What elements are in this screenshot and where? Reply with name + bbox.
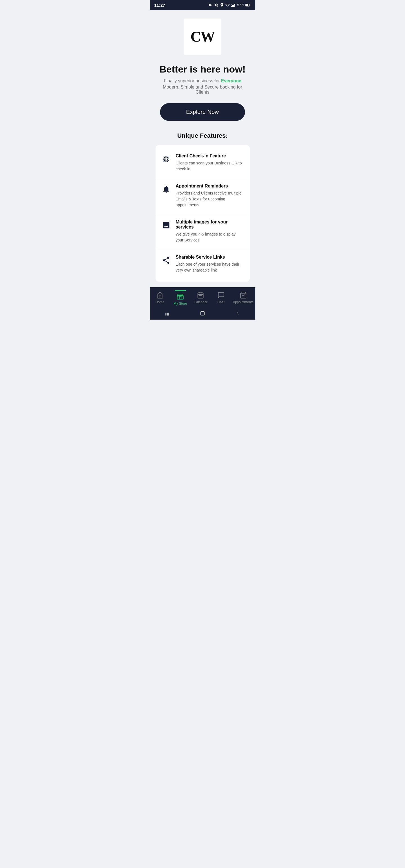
chat-nav-icon <box>217 291 225 299</box>
hero-title: Better is here now! <box>160 64 245 75</box>
recent-apps-button[interactable] <box>165 311 170 316</box>
nav-item-home[interactable]: Home <box>152 291 169 304</box>
svg-rect-18 <box>168 313 169 315</box>
feature-name-images: Multiple images for your services <box>176 220 244 230</box>
svg-point-13 <box>200 296 201 296</box>
status-time: 11:27 <box>154 3 165 8</box>
hero-subtitle: Finally superior business for Everyone <box>164 79 241 84</box>
svg-rect-3 <box>234 4 235 7</box>
svg-rect-17 <box>167 313 168 315</box>
features-title: Unique Features: <box>177 132 228 140</box>
feature-name-share: Sharable Service Links <box>176 255 244 260</box>
wifi-icon <box>225 3 230 7</box>
nav-label-appointments: Appointments <box>233 300 253 304</box>
location-icon <box>220 3 224 7</box>
svg-rect-5 <box>250 4 250 5</box>
feature-desc-share: Each one of your services have their ver… <box>176 261 244 273</box>
status-icons: 57% <box>208 2 251 8</box>
qr-code-icon <box>161 154 171 164</box>
active-indicator <box>175 290 186 291</box>
home-nav-icon <box>156 291 164 299</box>
feature-name-checkin: Client Check-in Feature <box>176 153 244 158</box>
mute-icon <box>214 3 219 7</box>
feature-text-images: Multiple images for your services We giv… <box>176 220 244 243</box>
svg-rect-0 <box>231 6 232 7</box>
subtitle-highlight: Everyone <box>221 79 241 83</box>
status-bar: 11:27 57% <box>150 0 255 10</box>
nav-label-chat: Chat <box>218 300 225 304</box>
appointments-nav-icon <box>239 291 247 299</box>
svg-rect-6 <box>245 4 248 6</box>
system-navigation <box>150 307 255 319</box>
svg-point-12 <box>199 296 200 296</box>
back-button[interactable] <box>235 311 240 316</box>
svg-rect-1 <box>232 5 233 7</box>
feature-desc-checkin: Clients can scan your Business QR to che… <box>176 160 244 172</box>
subtitle-plain: Finally superior business for <box>164 79 221 83</box>
hero-subtitle2: Modern, Simple and Secure booking for Cl… <box>155 85 250 95</box>
bottom-navigation: Home My Store <box>150 287 255 307</box>
feature-text-reminders: Appointment Reminders Providers and Clie… <box>176 184 244 208</box>
feature-desc-reminders: Providers and Clients receive multiple E… <box>176 190 244 208</box>
feature-text-checkin: Client Check-in Feature Clients can scan… <box>176 153 244 172</box>
image-icon <box>161 220 171 230</box>
app-logo: CW <box>184 19 221 55</box>
home-button[interactable] <box>200 311 205 316</box>
share-icon <box>161 255 171 265</box>
key-icon <box>208 3 213 7</box>
feature-item-reminders: Appointment Reminders Providers and Clie… <box>155 178 250 214</box>
explore-now-button[interactable]: Explore Now <box>160 103 245 121</box>
bell-icon <box>161 184 171 194</box>
feature-desc-images: We give you 4-5 images to display your S… <box>176 231 244 243</box>
battery-text: 57% <box>237 3 244 7</box>
svg-rect-19 <box>201 311 204 315</box>
nav-label-calendar: Calendar <box>194 300 208 304</box>
logo-text: CW <box>191 30 214 44</box>
feature-item-share: Sharable Service Links Each one of your … <box>155 249 250 279</box>
svg-rect-16 <box>165 313 166 315</box>
svg-point-14 <box>202 296 202 296</box>
nav-item-calendar[interactable]: Calendar <box>192 291 209 304</box>
nav-item-mystore[interactable]: My Store <box>172 290 189 306</box>
signal-icon <box>231 3 235 7</box>
main-content: CW Better is here now! Finally superior … <box>150 10 255 287</box>
store-nav-icon <box>176 292 184 301</box>
feature-name-reminders: Appointment Reminders <box>176 184 244 189</box>
feature-item-checkin: Client Check-in Feature Clients can scan… <box>155 148 250 178</box>
calendar-nav-icon <box>197 291 204 299</box>
svg-rect-2 <box>233 5 234 7</box>
nav-item-chat[interactable]: Chat <box>213 291 230 304</box>
nav-label-home: Home <box>155 300 165 304</box>
feature-item-images: Multiple images for your services We giv… <box>155 214 250 249</box>
feature-text-share: Sharable Service Links Each one of your … <box>176 255 244 273</box>
nav-label-mystore: My Store <box>174 302 187 306</box>
battery-icon <box>245 2 251 8</box>
features-list: Client Check-in Feature Clients can scan… <box>155 145 250 282</box>
nav-item-appointments[interactable]: Appointments <box>233 291 253 304</box>
